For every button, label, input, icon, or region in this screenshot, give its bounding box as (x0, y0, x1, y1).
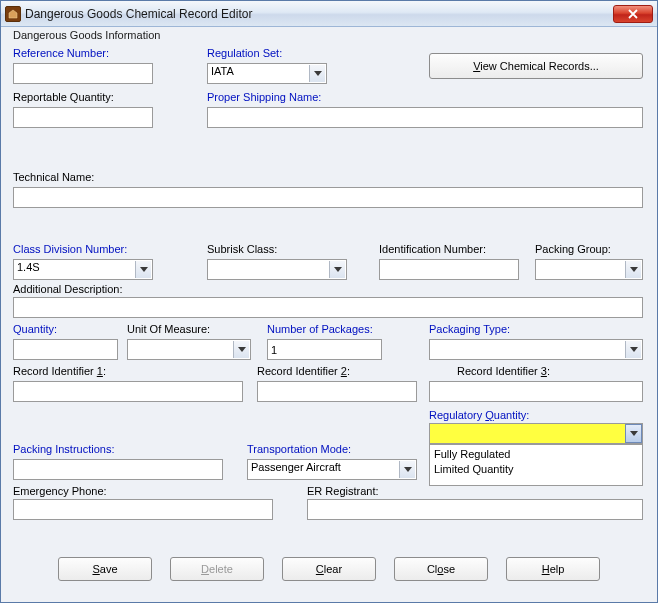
button-bar: Save Delete Clear Close Help (11, 546, 647, 592)
emergency-phone-input[interactable] (13, 499, 273, 520)
identification-number-input[interactable] (379, 259, 519, 280)
close-button[interactable] (613, 5, 653, 23)
label-unit-of-measure: Unit Of Measure: (127, 323, 210, 335)
label-emergency-phone: Emergency Phone: (13, 485, 107, 497)
regulatory-quantity-select[interactable] (429, 423, 643, 444)
chevron-down-icon (329, 261, 345, 278)
class-division-select[interactable]: 1.4S (13, 259, 153, 280)
regulation-set-value: IATA (211, 65, 234, 77)
titlebar: Dangerous Goods Chemical Record Editor (1, 1, 657, 27)
help-button[interactable]: Help (506, 557, 600, 581)
record-id-1-input[interactable] (13, 381, 243, 402)
label-subrisk-class: Subrisk Class: (207, 243, 277, 255)
transportation-mode-value: Passenger Aircraft (251, 461, 341, 473)
regulatory-quantity-option[interactable]: Limited Quantity (434, 462, 638, 477)
technical-name-input[interactable] (13, 187, 643, 208)
label-packaging-type: Packaging Type: (429, 323, 510, 335)
packaging-type-select[interactable] (429, 339, 643, 360)
regulatory-quantity-listbox[interactable]: Fully Regulated Limited Quantity (429, 444, 643, 486)
chevron-down-icon (625, 341, 641, 358)
packing-group-select[interactable] (535, 259, 643, 280)
label-number-of-packages: Number of Packages: (267, 323, 373, 335)
label-record-id-1: Record Identifier 1: (13, 365, 106, 377)
label-er-registrant: ER Registrant: (307, 485, 379, 497)
regulatory-quantity-option[interactable]: Fully Regulated (434, 447, 638, 462)
app-icon (5, 6, 21, 22)
save-button[interactable]: Save (58, 557, 152, 581)
transportation-mode-select[interactable]: Passenger Aircraft (247, 459, 417, 480)
label-proper-shipping-name: Proper Shipping Name: (207, 91, 321, 103)
er-registrant-input[interactable] (307, 499, 643, 520)
label-technical-name: Technical Name: (13, 171, 94, 183)
record-id-3-input[interactable] (429, 381, 643, 402)
number-of-packages-input[interactable] (267, 339, 382, 360)
label-reportable-quantity: Reportable Quantity: (13, 91, 114, 103)
clear-button[interactable]: Clear (282, 557, 376, 581)
unit-of-measure-select[interactable] (127, 339, 251, 360)
regulation-set-select[interactable]: IATA (207, 63, 327, 84)
label-regulatory-quantity: Regulatory Quantity: (429, 409, 529, 421)
view-chemical-records-button[interactable]: View Chemical Records... (429, 53, 643, 79)
reportable-quantity-input[interactable] (13, 107, 153, 128)
chevron-down-icon (625, 424, 642, 443)
proper-shipping-name-input[interactable] (207, 107, 643, 128)
chevron-down-icon (233, 341, 249, 358)
chevron-down-icon (135, 261, 151, 278)
label-packing-group: Packing Group: (535, 243, 611, 255)
window-title: Dangerous Goods Chemical Record Editor (25, 7, 613, 21)
delete-button[interactable]: Delete (170, 557, 264, 581)
label-identification-number: Identification Number: (379, 243, 486, 255)
label-transportation-mode: Transportation Mode: (247, 443, 351, 455)
reference-number-input[interactable] (13, 63, 153, 84)
label-packing-instructions: Packing Instructions: (13, 443, 115, 455)
chevron-down-icon (399, 461, 415, 478)
chevron-down-icon (625, 261, 641, 278)
window: Dangerous Goods Chemical Record Editor D… (0, 0, 658, 603)
close-button-footer[interactable]: Close (394, 557, 488, 581)
subrisk-class-select[interactable] (207, 259, 347, 280)
label-regulation-set: Regulation Set: (207, 47, 282, 59)
label-additional-description: Additional Description: (13, 283, 122, 295)
class-division-value: 1.4S (17, 261, 40, 273)
label-quantity: Quantity: (13, 323, 57, 335)
form-body: Dangerous Goods Information Reference Nu… (1, 27, 657, 602)
label-record-id-2: Record Identifier 2: (257, 365, 350, 377)
label-reference-number: Reference Number: (13, 47, 109, 59)
form-area: Reference Number: Regulation Set: IATA V… (11, 33, 647, 546)
label-class-division: Class Division Number: (13, 243, 127, 255)
additional-description-input[interactable] (13, 297, 643, 318)
label-record-id-3: Record Identifier 3: (457, 365, 550, 377)
record-id-2-input[interactable] (257, 381, 417, 402)
quantity-input[interactable] (13, 339, 118, 360)
packing-instructions-input[interactable] (13, 459, 223, 480)
chevron-down-icon (309, 65, 325, 82)
